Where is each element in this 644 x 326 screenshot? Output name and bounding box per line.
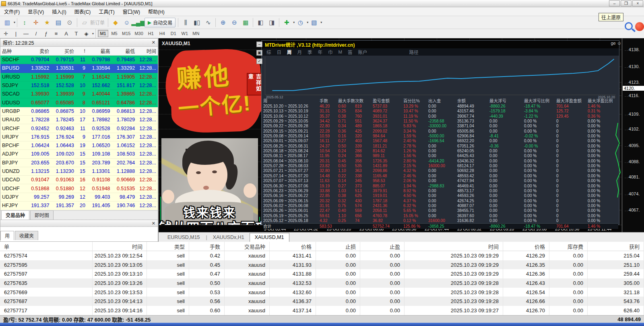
menu-item-t[interactable]: 工具(T) <box>95 7 118 16</box>
shapes-icon[interactable]: ◈ <box>82 30 91 37</box>
add-indicator-dropdown-arrow[interactable]: ▾ <box>293 21 295 24</box>
quote-row[interactable]: SDJPY152.518152.52810152.662151.81712:28… <box>0 81 158 90</box>
autotrade-button[interactable]: ▶自动交易 <box>144 18 175 27</box>
menu-item-c[interactable]: 图表(C) <box>70 7 95 16</box>
stats-row[interactable]: 2025.06.02 ~ 2025.06.0831.910.755742431.… <box>263 203 618 208</box>
new-order-button[interactable]: ▱ <box>79 17 90 28</box>
timeframe-m1[interactable]: M1 <box>98 30 108 37</box>
stats-row[interactable]: 2025.10.13 ~ 2025.10.1931.310.258344089.… <box>263 109 618 114</box>
stats-row[interactable]: 2025.08.04 ~ 2025.08.1020.310.453581726.… <box>263 159 618 164</box>
minimize-button[interactable]: – <box>609 0 620 6</box>
timeframe-m5[interactable]: M5 <box>109 30 120 37</box>
stats-row[interactable]: 2025.09.22 ~ 2025.09.2822.800.344891865.… <box>263 124 618 129</box>
stats-row[interactable]: 2025.08.18 ~ 2025.08.2410.540.24288814.6… <box>263 149 618 154</box>
shapes-dropdown-arrow[interactable]: ▾ <box>92 32 94 35</box>
mtdriver-tab[interactable]: 账户 <box>358 49 367 55</box>
timeframe-h4[interactable]: H4 <box>157 30 167 37</box>
chart-tab[interactable]: EURUSD,M15 <box>163 233 205 242</box>
quote-row[interactable]: UDNZD1.132151.13230151.133011.1288812:28… <box>0 167 158 176</box>
text-icon[interactable]: A <box>62 30 71 37</box>
price-axis[interactable]: 4138.4130.4123.4120.4116.4109.4102.4095.… <box>622 38 644 232</box>
quote-row[interactable]: BPUSD1.335221.3353191.335941.3329212:28.… <box>0 64 158 73</box>
stats-row[interactable]: 2025.09.29 ~ 2025.10.0534.420.715513624.… <box>263 119 618 124</box>
line-chart-icon[interactable]: ∿ <box>203 17 213 28</box>
quote-row[interactable]: URUSD1.159921.1599971.161421.1590512:28.… <box>0 73 158 81</box>
stats-row[interactable]: 2025.07.07 ~ 2025.07.1311.630.14345958.5… <box>263 179 618 183</box>
stats-row[interactable]: 2025.09.08 ~ 2025.09.1410.590.16320984.6… <box>263 134 618 139</box>
navigator-tab[interactable]: 收藏夹 <box>15 231 38 240</box>
close-button[interactable]: × <box>632 0 643 6</box>
templates-dropdown-arrow[interactable]: ▾ <box>320 21 322 24</box>
mtdriver-tab[interactable]: 月 <box>297 49 302 55</box>
signals-icon[interactable]: ▂▄▆ <box>133 17 143 28</box>
market-watch-tab[interactable]: 交易品种 <box>1 210 29 220</box>
quote-row[interactable]: URGBP0.868650.86875100.869590.8681312:28… <box>0 107 158 116</box>
stats-row[interactable]: 2025.08.11 ~ 2025.08.1711.950.24366989.1… <box>263 154 618 158</box>
menu-item-i[interactable]: 插入(I) <box>48 7 70 16</box>
quote-row[interactable]: URJPY176.915176.9249177.016176.30712:28.… <box>0 133 158 141</box>
chart-minimize-button[interactable]: – <box>256 42 262 47</box>
profiles-icon[interactable]: ↕ <box>19 17 30 28</box>
quote-row[interactable]: UDCHF0.518680.51880120.519480.5153512:28… <box>0 184 158 193</box>
text-label-icon[interactable]: T <box>72 30 81 37</box>
stats-row[interactable]: 2025.08.25 ~ 2025.08.3124.370.503391811.… <box>263 144 618 149</box>
zoom-in-icon[interactable]: ⊕ <box>218 17 228 28</box>
templates-icon[interactable]: ▧ <box>309 17 319 28</box>
mtdriver-tab[interactable]: M <box>339 50 343 54</box>
menu-item-w[interactable]: 窗口(W) <box>119 7 144 16</box>
menu-item-h[interactable]: 帮助(H) <box>144 7 169 16</box>
quote-row[interactable]: HFJPY191.337191.35720191.405190.74612:28… <box>0 201 158 210</box>
stats-row[interactable]: 2025.05.26 ~ 2025.06.0122.470.405592058.… <box>263 208 618 213</box>
expert-advisors-icon[interactable]: ◆ <box>110 17 121 28</box>
menu-item-f[interactable]: 文件(F) <box>0 7 24 16</box>
timeframe-mn[interactable]: MN <box>191 30 201 37</box>
quote-row[interactable]: UDCAD0.910470.91063160.911080.9066912:28… <box>0 176 158 184</box>
quote-row[interactable]: URAUD1.782281.78245171.789821.7802912:28… <box>0 116 158 124</box>
quote-row[interactable]: BPCHF1.064241.06443191.065201.0615212:28… <box>0 141 158 150</box>
timeframe-d1[interactable]: D1 <box>168 30 179 37</box>
market-watch-tab[interactable]: 即时图 <box>30 210 54 220</box>
stats-row[interactable]: 2025.07.14 ~ 2025.07.2014.480.223381165.… <box>263 174 618 179</box>
mtdriver-tab[interactable]: 笛 <box>348 49 353 55</box>
horizontal-line-icon[interactable]: — <box>21 30 31 37</box>
history-row[interactable]: 627575742025.10.23 09:12:54sell0.42xauus… <box>0 251 644 260</box>
community-icon[interactable]: ☺ <box>122 17 132 28</box>
tile-windows-icon[interactable]: ▦ <box>240 17 251 28</box>
cascade-windows-icon[interactable]: ◨ <box>266 17 277 28</box>
navigator-tab[interactable]: 用 <box>0 231 14 240</box>
trendline-icon[interactable]: / <box>31 30 41 37</box>
stats-row[interactable]: 2025.06.09 ~ 2025.06.1520.320.324301787.… <box>263 199 618 203</box>
quote-row[interactable]: BPJPY203.655203.67015203.789202.76412:28… <box>0 159 158 167</box>
channel-icon[interactable]: ≡ <box>52 30 61 37</box>
stats-row[interactable]: 2025.07.21 ~ 2025.07.2732.801.103632098.… <box>263 168 618 173</box>
stats-row[interactable]: 2025.09.01 ~ 2025.09.0716.110.274031567.… <box>263 139 618 143</box>
fibonacci-icon[interactable]: ƒ <box>41 30 51 37</box>
market-watch-close-icon[interactable]: ✕ <box>152 40 155 45</box>
history-row[interactable]: 627576692025.10.23 09:13:53sell0.53xauus… <box>0 288 644 297</box>
menu-item-v[interactable]: 显示(V) <box>24 7 48 16</box>
stats-row[interactable]: 2025.09.15 ~ 2025.09.2122.280.364252099.… <box>263 129 618 134</box>
mtdriver-tab[interactable]: 周 <box>287 49 292 55</box>
mtdriver-tab[interactable]: 日 <box>277 49 282 55</box>
history-row[interactable]: 627576872025.10.23 09:14:13sell0.56xauus… <box>0 297 644 306</box>
stats-row[interactable]: 2025.06.16 ~ 2025.06.2222.850.386251919.… <box>263 193 618 198</box>
timeframe-m30[interactable]: M30 <box>133 30 144 37</box>
new-chart-icon[interactable]: ▥ <box>2 17 12 28</box>
mtdriver-path-label[interactable]: 路径 <box>409 49 419 55</box>
zoom-out-icon[interactable]: ⊖ <box>229 17 239 28</box>
stats-row[interactable]: 2025.10.20 ~ 2025.10.2646.200.608195737.… <box>263 104 618 109</box>
history-row[interactable]: 627575972025.10.23 09:13:10sell0.47xauus… <box>0 269 644 278</box>
stats-row[interactable]: 2025.06.30 ~ 2025.07.0619.190.27373885.0… <box>263 184 618 189</box>
data-window-icon[interactable]: ▤ <box>53 17 64 28</box>
stats-row[interactable]: 2025.06.23 ~ 2025.06.2933.881.035133979.… <box>263 189 618 193</box>
history-center-icon[interactable]: ⊙ <box>64 17 75 28</box>
vertical-line-icon[interactable]: | <box>11 30 21 37</box>
cursor-crosshair-icon[interactable]: ✛ <box>1 30 10 37</box>
mtdriver-tab[interactable]: 综 <box>266 49 271 55</box>
market-watch-icon[interactable]: ★ <box>42 17 52 28</box>
mtdriver-tab[interactable]: 年 <box>318 49 323 55</box>
quote-row[interactable]: SDCAD1.399301.3993991.400441.3986512:28.… <box>0 90 158 98</box>
quote-row[interactable]: SDCHF0.797040.79715110.797980.7948512:28… <box>0 56 158 64</box>
bar-chart-icon[interactable]: ⫼ <box>180 17 191 28</box>
history-row[interactable]: 627575952025.10.23 09:13:05sell0.45xauus… <box>0 260 644 270</box>
